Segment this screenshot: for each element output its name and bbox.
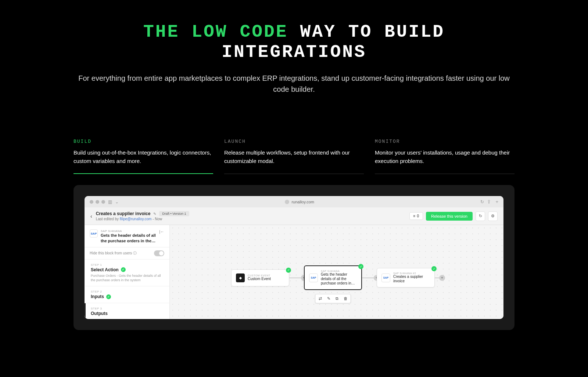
- connector: +: [435, 278, 442, 278]
- workflow-title: Creates a supplier invoice: [96, 211, 151, 216]
- tab-monitor[interactable]: MONITOR Monitor your users' installation…: [375, 139, 514, 174]
- chevron-down-icon: ⌄: [115, 199, 119, 204]
- node-toolbar: ⇄ ✎ ⧉ 🗑: [315, 294, 351, 303]
- app-header: ‹ Creates a supplier invoice ✎ Draft • V…: [85, 207, 503, 225]
- check-icon: ✓: [431, 266, 437, 271]
- add-node-button[interactable]: +: [439, 275, 445, 281]
- app-preview: ▥ ⌄ runalloy.com ↻ ⇪+ ‹ Creates a suppli…: [74, 185, 514, 330]
- feature-tabs: BUILD Build using out-of-the-box Integra…: [0, 139, 588, 174]
- workflow-canvas[interactable]: ✓ ◆ CUSTOM EVENTCustom Event + ✓ SAP SAP…: [170, 225, 503, 319]
- tab-launch[interactable]: LAUNCH Release multiple workflows, setup…: [224, 139, 364, 174]
- node-sap-get-orders[interactable]: ✓ SAP SAP S/4HANAGets the header details…: [304, 265, 362, 290]
- browser-chrome: ▥ ⌄ runalloy.com ↻ ⇪+: [85, 196, 503, 207]
- back-button[interactable]: ‹: [90, 213, 92, 219]
- swap-icon[interactable]: ⇄: [319, 296, 322, 301]
- site-icon: [285, 200, 289, 204]
- settings-button[interactable]: ⚙: [488, 211, 498, 221]
- sap-icon: SAP: [309, 273, 318, 282]
- hero-title: THE LOW CODE WAY TO BUILD INTEGRATIONS: [74, 22, 514, 62]
- node-custom-event[interactable]: ✓ ◆ CUSTOM EVENTCustom Event: [231, 269, 289, 286]
- sap-icon: SAP: [381, 273, 390, 282]
- collapse-icon[interactable]: |←: [159, 229, 164, 234]
- sap-icon: SAP: [90, 229, 98, 238]
- step-inputs[interactable]: STEP 2 Inputs✓: [85, 286, 169, 303]
- count-pill[interactable]: ≡0: [409, 212, 423, 220]
- node-sap-create-invoice[interactable]: ✓ SAP SAP S/4HANA #2Creates a supplier i…: [377, 268, 435, 287]
- edit-icon[interactable]: ✎: [327, 296, 330, 301]
- step-outputs[interactable]: STEP 3 Outputs: [85, 303, 169, 319]
- connector: +: [289, 278, 304, 278]
- sidebar-toggle-icon: ▥: [108, 199, 112, 204]
- hide-toggle[interactable]: [154, 250, 164, 256]
- window-dot: [96, 200, 99, 204]
- config-sidebar: SAP SAP S/4HANA Gets the header details …: [85, 225, 170, 319]
- window-dot: [101, 200, 105, 204]
- hide-label: Hide this block from users ⓘ: [90, 251, 137, 256]
- edit-icon[interactable]: ✎: [153, 212, 156, 216]
- check-icon: ✓: [286, 268, 291, 273]
- refresh-button[interactable]: ↻: [476, 211, 485, 221]
- hero-subtitle: For everything from entire app marketpla…: [74, 73, 514, 95]
- copy-icon[interactable]: ⧉: [336, 296, 338, 301]
- event-icon: ◆: [236, 273, 245, 282]
- refresh-icon: ↻: [480, 199, 484, 204]
- url-bar: runalloy.com: [122, 200, 477, 204]
- delete-icon[interactable]: 🗑: [344, 296, 348, 301]
- check-icon: ✓: [106, 294, 111, 299]
- check-icon: ✓: [121, 267, 126, 272]
- version-badge: Draft • Version 1: [159, 211, 189, 216]
- release-button[interactable]: Release this version: [426, 212, 473, 221]
- new-tab-icon: +: [495, 199, 498, 204]
- window-dot: [90, 200, 93, 204]
- connector: +: [362, 278, 377, 278]
- step-select-action[interactable]: STEP 1 Select Action✓ Purchase Orders - …: [85, 260, 169, 286]
- last-edited: Last edited by filipe@runalloy.com - Now: [96, 217, 406, 221]
- tab-build[interactable]: BUILD Build using out-of-the-box Integra…: [74, 139, 213, 174]
- check-icon: ✓: [358, 264, 363, 269]
- share-icon: ⇪: [487, 199, 491, 204]
